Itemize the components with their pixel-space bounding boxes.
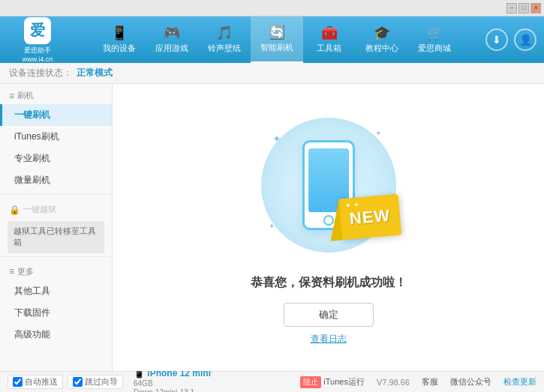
auto-push-checkbox[interactable] (13, 377, 23, 387)
nav-toolbox-label: 工具箱 (317, 43, 341, 54)
success-text: 恭喜您，保资料刷机成功啦！ (251, 275, 407, 291)
close-button[interactable]: ✕ (530, 3, 541, 13)
jailbreak-notice: 越狱工具已转移至工具箱 (8, 221, 104, 253)
sidebar-item-micro-flash[interactable]: 微量刷机 (0, 169, 112, 191)
sidebar-divider-2 (0, 256, 112, 257)
version-text: V7.98.66 (377, 378, 410, 387)
maximize-button[interactable]: □ (518, 3, 529, 13)
sparkle-1: ✦ (272, 133, 281, 145)
nav-toolbox[interactable]: 🧰 工具箱 (303, 16, 356, 63)
sidebar-item-advanced[interactable]: 高级功能 (0, 324, 112, 346)
logo-line2: www.i4.cn (23, 55, 53, 63)
main-content: ✦ ✦ ✦ ✦ ✦ NEW 恭喜您，保资料刷机成功啦！ 确定 查看日志 (113, 84, 544, 371)
app-logo: 爱 爱思助手 www.i4.cn (8, 17, 68, 63)
status-label: 设备连接状态： (9, 67, 72, 79)
toolbox-icon: 🧰 (321, 26, 338, 40)
skip-guide-checkbox-label[interactable]: 跳过向导 (68, 375, 123, 389)
new-badge-stars: ✦ ✦ (344, 200, 359, 210)
status-value: 正常模式 (77, 67, 113, 79)
logo-icon: 爱 (24, 17, 51, 44)
sidebar-item-other-tools[interactable]: 其他工具 (0, 280, 112, 302)
customer-service-link[interactable]: 客服 (422, 376, 438, 388)
store-icon: 🛒 (426, 26, 443, 40)
more-section-label: 更多 (17, 266, 34, 277)
sidebar-more-header: ≡ 更多 (0, 260, 112, 280)
sidebar-item-one-click-flash[interactable]: 一键刷机 (0, 104, 112, 126)
nav-app-games-label: 应用游戏 (155, 43, 188, 54)
new-badge: ✦ ✦ NEW (338, 193, 401, 240)
device-model: Down-12mini-13,1 (134, 388, 211, 393)
sidebar-jailbreak-header: 🔒 一键越狱 (0, 198, 112, 218)
nav-ringtone[interactable]: 🎵 铃声壁纸 (198, 16, 251, 63)
nav-my-device[interactable]: 📱 我的设备 (93, 16, 146, 63)
sidebar-item-pro-flash[interactable]: 专业刷机 (0, 148, 112, 169)
wechat-official-link[interactable]: 微信公众号 (450, 376, 491, 388)
sidebar-item-download-firmware[interactable]: 下载固件 (0, 302, 112, 324)
skip-guide-checkbox[interactable] (73, 377, 83, 387)
nav-items: 📱 我的设备 🎮 应用游戏 🎵 铃声壁纸 🔄 智能刷机 🧰 工具箱 🎓 教程中心… (68, 16, 485, 63)
auto-push-label: 自动推送 (25, 376, 58, 388)
phone-illustration: ✦ ✦ ✦ ✦ ✦ NEW (254, 110, 404, 260)
my-device-icon: 📱 (111, 26, 128, 40)
minimize-button[interactable]: ─ (506, 3, 517, 13)
flash-section-icon: ≡ (9, 91, 14, 101)
nav-right-controls: ⬇ 👤 (485, 28, 536, 51)
stop-itunes-button[interactable]: 阻止 (300, 376, 321, 388)
skip-guide-label: 跳过向导 (85, 376, 118, 388)
nav-ringtone-label: 铃声壁纸 (208, 43, 241, 54)
confirm-button[interactable]: 确定 (284, 303, 374, 327)
nav-store[interactable]: 🛒 爱思商城 (408, 16, 461, 63)
download-button[interactable]: ⬇ (485, 28, 508, 51)
sidebar: ≡ 刷机 一键刷机 iTunes刷机 专业刷机 微量刷机 🔒 一键越狱 越狱工具… (0, 84, 113, 371)
view-log-link[interactable]: 查看日志 (311, 333, 347, 346)
jailbreak-section-icon: 🔒 (9, 205, 20, 215)
sparkle-3: ✦ (269, 222, 275, 230)
sidebar-divider-1 (0, 194, 112, 195)
device-info: 📱 iPhone 12 mini 64GB Down-12mini-13,1 (134, 368, 211, 393)
flash-section-label: 刷机 (17, 90, 34, 101)
more-section-icon: ≡ (9, 266, 14, 277)
main-layout: ≡ 刷机 一键刷机 iTunes刷机 专业刷机 微量刷机 🔒 一键越狱 越狱工具… (0, 84, 544, 371)
status-bar: 设备连接状态： 正常模式 (0, 63, 544, 84)
nav-smart-flash[interactable]: 🔄 智能刷机 (251, 16, 303, 63)
sidebar-item-itunes-flash[interactable]: iTunes刷机 (0, 126, 112, 148)
smart-flash-icon: 🔄 (269, 25, 285, 39)
sidebar-flash-header: ≡ 刷机 (0, 84, 112, 104)
user-button[interactable]: 👤 (514, 28, 536, 51)
nav-bar: 爱 爱思助手 www.i4.cn 📱 我的设备 🎮 应用游戏 🎵 铃声壁纸 🔄 … (0, 16, 544, 63)
bottom-right: 阻止 iTunes运行 V7.98.66 客服 微信公众号 检查更新 (300, 376, 536, 388)
nav-tutorial-label: 教程中心 (365, 43, 398, 54)
nav-tutorial[interactable]: 🎓 教程中心 (356, 16, 408, 63)
jailbreak-section-label: 一键越狱 (23, 204, 56, 215)
stop-itunes-container: 阻止 iTunes运行 (300, 376, 365, 388)
nav-app-games[interactable]: 🎮 应用游戏 (146, 16, 198, 63)
nav-smart-flash-label: 智能刷机 (260, 42, 293, 53)
device-storage: 64GB (134, 379, 211, 388)
window-controls: ─ □ ✕ (506, 3, 541, 13)
itunes-label: iTunes运行 (323, 376, 365, 388)
nav-store-label: 爱思商城 (418, 43, 451, 54)
tutorial-icon: 🎓 (374, 26, 390, 40)
bottom-bar: 自动推送 跳过向导 📱 iPhone 12 mini 64GB Down-12m… (0, 371, 544, 392)
sparkle-2: ✦ (375, 129, 381, 137)
auto-push-checkbox-label[interactable]: 自动推送 (8, 375, 63, 389)
logo-line1: 爱思助手 (24, 46, 51, 55)
nav-my-device-label: 我的设备 (103, 43, 136, 54)
app-games-icon: 🎮 (164, 26, 180, 40)
title-bar: ─ □ ✕ (0, 0, 544, 16)
ringtone-icon: 🎵 (216, 26, 233, 40)
check-update-link[interactable]: 检查更新 (503, 376, 536, 388)
bottom-left: 自动推送 跳过向导 📱 iPhone 12 mini 64GB Down-12m… (8, 368, 300, 393)
